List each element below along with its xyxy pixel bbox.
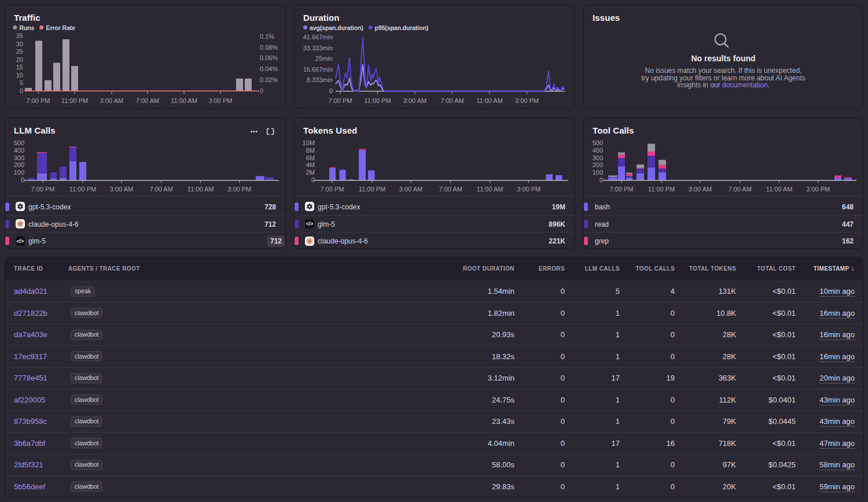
- svg-text:3:00 AM: 3:00 AM: [399, 186, 422, 193]
- svg-text:500: 500: [14, 139, 24, 146]
- svg-text:11:00 PM: 11:00 PM: [61, 97, 88, 104]
- svg-text:8.333min: 8.333min: [307, 76, 333, 83]
- svg-text:3:00 AM: 3:00 AM: [403, 97, 426, 104]
- svg-text:7:00 PM: 7:00 PM: [321, 186, 344, 193]
- svg-text:3:00 AM: 3:00 AM: [689, 186, 712, 193]
- svg-text:3:00 AM: 3:00 AM: [110, 186, 133, 193]
- svg-text:7:00 PM: 7:00 PM: [329, 97, 352, 104]
- svg-text:</>: </>: [306, 221, 312, 227]
- svg-text:3:00 PM: 3:00 PM: [209, 97, 233, 104]
- svg-text:7:00 PM: 7:00 PM: [27, 97, 50, 104]
- svg-text:11:00 AM: 11:00 AM: [476, 97, 503, 104]
- svg-text:0.06%: 0.06%: [260, 54, 278, 61]
- svg-text:0: 0: [260, 87, 263, 94]
- svg-text:0.04%: 0.04%: [260, 65, 278, 72]
- svg-text:7:00 AM: 7:00 AM: [729, 186, 752, 193]
- svg-text:11:00 AM: 11:00 AM: [171, 97, 197, 104]
- svg-text:0: 0: [21, 176, 24, 183]
- svg-text:300: 300: [14, 154, 24, 161]
- svg-text:11:00 PM: 11:00 PM: [359, 186, 385, 193]
- svg-text:25: 25: [16, 48, 23, 55]
- svg-text:7:00 AM: 7:00 AM: [150, 186, 173, 193]
- svg-text:41.667min: 41.667min: [303, 34, 333, 40]
- svg-text:15: 15: [16, 64, 23, 71]
- svg-text:16.667min: 16.667min: [303, 66, 333, 73]
- svg-text:100: 100: [593, 169, 603, 176]
- svg-text:p95(span.duration): p95(span.duration): [375, 24, 429, 31]
- svg-text:0.1%: 0.1%: [260, 33, 274, 40]
- svg-text:0.08%: 0.08%: [260, 44, 278, 51]
- svg-text:100: 100: [14, 169, 24, 176]
- svg-text:11:00 PM: 11:00 PM: [364, 97, 391, 104]
- svg-text:3:00 PM: 3:00 PM: [515, 97, 539, 104]
- svg-text:200: 200: [593, 161, 603, 168]
- svg-text:2M: 2M: [306, 169, 315, 176]
- svg-text:0.02%: 0.02%: [260, 76, 278, 83]
- svg-text:4M: 4M: [306, 161, 315, 168]
- svg-text:0: 0: [20, 87, 23, 94]
- svg-text:400: 400: [593, 147, 603, 154]
- svg-text:3:00 AM: 3:00 AM: [100, 97, 123, 104]
- svg-text:11:00 AM: 11:00 AM: [766, 186, 793, 193]
- svg-text:7:00 AM: 7:00 AM: [440, 97, 464, 104]
- svg-text:300: 300: [593, 154, 603, 161]
- svg-text:5: 5: [20, 79, 23, 86]
- svg-text:8M: 8M: [306, 147, 315, 154]
- svg-text:7:00 PM: 7:00 PM: [31, 186, 55, 193]
- svg-text:0: 0: [311, 176, 315, 183]
- svg-text:11:00 PM: 11:00 PM: [69, 186, 96, 193]
- svg-text:11:00 AM: 11:00 AM: [187, 186, 214, 193]
- svg-text:500: 500: [593, 139, 603, 146]
- svg-text:25min: 25min: [315, 55, 333, 62]
- svg-text:3:00 PM: 3:00 PM: [227, 186, 251, 193]
- svg-text:11:00 AM: 11:00 AM: [477, 186, 503, 193]
- svg-text:3:00 PM: 3:00 PM: [806, 186, 830, 193]
- svg-text:0: 0: [329, 87, 333, 94]
- svg-text:6M: 6M: [306, 154, 315, 161]
- svg-text:7:00 PM: 7:00 PM: [610, 186, 634, 193]
- svg-text:3:00 PM: 3:00 PM: [517, 186, 540, 193]
- svg-text:30: 30: [16, 40, 23, 47]
- svg-text:200: 200: [14, 161, 24, 168]
- svg-text:400: 400: [14, 147, 24, 154]
- svg-text:0: 0: [599, 176, 603, 183]
- svg-text:11:00 PM: 11:00 PM: [648, 186, 675, 193]
- svg-text:7:00 AM: 7:00 AM: [136, 97, 159, 104]
- svg-text:</>: </>: [16, 238, 23, 243]
- svg-text:avg(span.duration): avg(span.duration): [310, 24, 363, 31]
- svg-text:Error Rate: Error Rate: [46, 24, 76, 31]
- svg-text:Runs: Runs: [20, 24, 35, 31]
- svg-text:10: 10: [16, 72, 23, 79]
- svg-text:7:00 AM: 7:00 AM: [439, 186, 462, 193]
- svg-text:10M: 10M: [303, 139, 315, 146]
- svg-text:35: 35: [16, 32, 23, 39]
- svg-text:33.333min: 33.333min: [303, 45, 333, 51]
- svg-text:20: 20: [16, 56, 23, 63]
